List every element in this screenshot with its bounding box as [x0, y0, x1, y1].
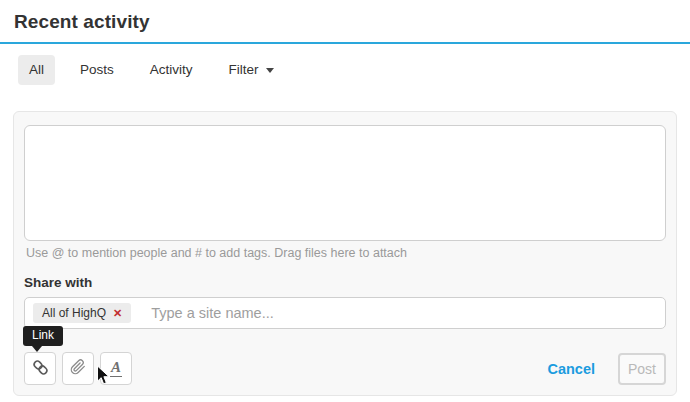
- tab-all[interactable]: All: [18, 55, 55, 85]
- recipient-chip: All of HighQ ✕: [33, 303, 131, 323]
- tab-activity[interactable]: Activity: [139, 55, 204, 85]
- attach-file-button[interactable]: [62, 352, 94, 385]
- chip-remove-icon[interactable]: ✕: [113, 308, 122, 319]
- composer-helper-text: Use @ to mention people and # to add tag…: [26, 246, 664, 260]
- tabs-bar: All Posts Activity Filter: [18, 55, 690, 85]
- composer-footer: Link: [24, 352, 666, 385]
- link-tooltip: Link: [23, 326, 63, 346]
- site-name-input[interactable]: All of HighQ ✕ Type a site name...: [24, 297, 666, 329]
- filter-label: Filter: [229, 62, 259, 77]
- recipient-chip-label: All of HighQ: [42, 306, 106, 320]
- page-title: Recent activity: [0, 0, 690, 42]
- message-textarea[interactable]: [24, 125, 666, 241]
- cancel-button[interactable]: Cancel: [547, 361, 595, 377]
- format-text-button[interactable]: A: [100, 352, 132, 385]
- site-input-placeholder: Type a site name...: [151, 305, 274, 321]
- filter-dropdown[interactable]: Filter: [218, 55, 285, 85]
- composer-actions: Cancel Post: [547, 353, 666, 385]
- link-icon: [32, 359, 49, 379]
- header-divider: [0, 42, 690, 44]
- format-text-icon: A: [110, 360, 122, 377]
- share-with-label: Share with: [24, 275, 666, 290]
- insert-link-button[interactable]: [24, 352, 56, 385]
- composer-card: Use @ to mention people and # to add tag…: [13, 111, 677, 396]
- chevron-down-icon: [266, 68, 274, 73]
- paperclip-icon: [70, 359, 86, 378]
- tab-posts[interactable]: Posts: [69, 55, 125, 85]
- post-button[interactable]: Post: [618, 353, 666, 385]
- recent-activity-panel: Recent activity All Posts Activity Filte…: [0, 0, 690, 402]
